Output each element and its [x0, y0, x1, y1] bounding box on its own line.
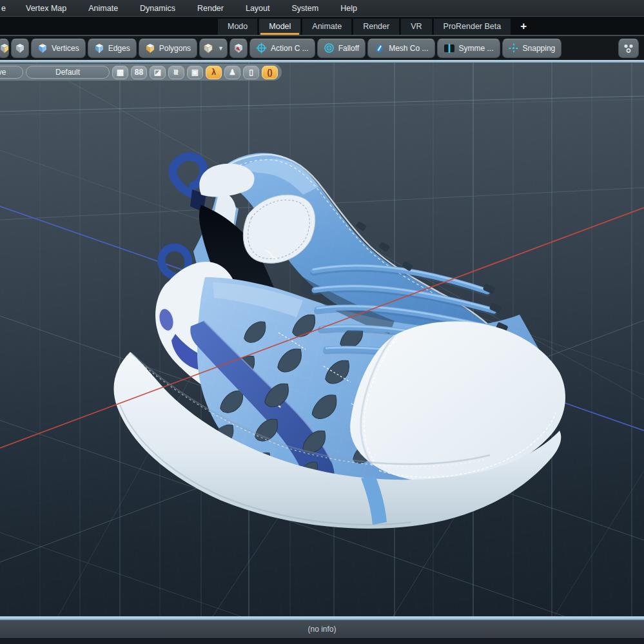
menu-item-clipped[interactable]: e	[0, 4, 8, 13]
mesh-constraint-icon	[374, 43, 385, 54]
shading-preset-dropdown[interactable]: Default	[26, 66, 110, 79]
menu-item-animate[interactable]: Animate	[84, 4, 122, 13]
action-center-button[interactable]: Action C ...	[249, 39, 315, 58]
modeling-toolbar: Vertices Edges Polygons ▼	[0, 35, 644, 60]
snapping-button[interactable]: Snapping	[502, 39, 562, 58]
viewport-canvas[interactable]	[0, 63, 644, 616]
menu-item-help[interactable]: Help	[337, 4, 361, 13]
tab-render[interactable]: Render	[353, 19, 399, 35]
add-tab-button[interactable]: +	[512, 20, 534, 35]
uv-brackets-icon[interactable]: ()	[262, 66, 278, 79]
tab-modo[interactable]: Modo	[218, 19, 257, 35]
falloff-button[interactable]: Falloff	[317, 39, 366, 58]
action-center-icon	[256, 43, 267, 54]
viewport-toolbar: tive Default ▦ 88 ◪ ≋ ▣ λ ♟ ▯ ()	[0, 64, 282, 81]
tab-vr[interactable]: VR	[401, 19, 431, 35]
polygons-label: Polygons	[159, 44, 191, 53]
tab-model[interactable]: Model	[259, 19, 300, 35]
symmetry-button[interactable]: Symme ...	[437, 39, 500, 58]
polygons-cube-icon	[145, 43, 155, 54]
cube-icon	[15, 43, 25, 54]
spheres-icon[interactable]: 88	[131, 66, 147, 79]
menu-item-render[interactable]: Render	[193, 4, 228, 13]
cube-partial-icon	[0, 43, 9, 54]
modo-application-window: e Vertex Map Animate Dynamics Render Lay…	[0, 0, 644, 644]
reference-mode-button[interactable]	[229, 39, 248, 58]
layout-tab-bar: Modo Model Animate Render VR ProRender B…	[0, 17, 644, 35]
statue-icon[interactable]: ♟	[224, 66, 240, 79]
edges-mode-button[interactable]: Edges	[88, 39, 137, 58]
falloff-label: Falloff	[338, 44, 359, 53]
mesh-constraint-button[interactable]: Mesh Co ...	[367, 39, 434, 58]
polygons-mode-button[interactable]: Polygons	[139, 39, 197, 58]
edges-label: Edges	[108, 44, 130, 53]
view-type-dropdown[interactable]: tive	[0, 66, 23, 79]
vertices-mode-button[interactable]: Vertices	[31, 39, 86, 58]
status-info-text: (no info)	[307, 625, 336, 634]
status-bar: (no info)	[0, 620, 644, 638]
menu-item-system[interactable]: System	[288, 4, 323, 13]
mesh-constraint-label: Mesh Co ...	[389, 44, 428, 53]
cube-mode-button[interactable]	[11, 39, 29, 58]
menu-item-dynamics[interactable]: Dynamics	[136, 4, 179, 13]
snapping-icon	[509, 43, 519, 54]
waves-icon[interactable]: ≋	[168, 66, 184, 79]
options-dots-icon	[622, 43, 635, 54]
vertices-label: Vertices	[52, 44, 79, 53]
3d-viewport[interactable]: tive Default ▦ 88 ◪ ≋ ▣ λ ♟ ▯ ()	[0, 63, 644, 616]
capsule-icon[interactable]: ▯	[243, 66, 259, 79]
shaded-square-icon[interactable]: ◪	[150, 66, 166, 79]
symmetry-icon	[444, 44, 455, 53]
action-center-label: Action C ...	[271, 44, 309, 53]
cube-mode-button-clipped[interactable]	[0, 39, 9, 58]
falloff-icon	[324, 43, 335, 54]
window-bottom-strip	[0, 638, 644, 644]
vertices-cube-icon	[37, 43, 48, 54]
figure-icon[interactable]: λ	[206, 66, 222, 79]
overlap-rects-icon[interactable]: ▣	[187, 66, 203, 79]
menu-bar: e Vertex Map Animate Dynamics Render Lay…	[0, 0, 644, 17]
dither-icon[interactable]: ▦	[112, 66, 128, 79]
menu-item-vertex-map[interactable]: Vertex Map	[22, 4, 70, 13]
items-mode-button[interactable]: ▼	[199, 39, 228, 58]
menu-item-layout[interactable]: Layout	[242, 4, 274, 13]
ref-cube-icon	[233, 43, 244, 54]
snapping-label: Snapping	[523, 44, 556, 53]
edges-cube-icon	[94, 43, 104, 54]
item-cube-icon	[203, 43, 213, 54]
tab-animate[interactable]: Animate	[302, 19, 351, 35]
symmetry-label: Symme ...	[459, 44, 494, 53]
toolbar-options-button[interactable]	[618, 39, 639, 58]
chevron-down-icon[interactable]: ▼	[218, 45, 224, 52]
tab-prorender-beta[interactable]: ProRender Beta	[434, 19, 511, 35]
